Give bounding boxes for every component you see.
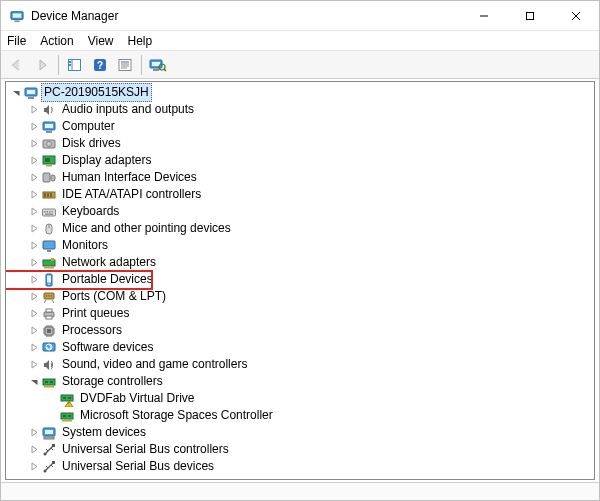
software-device-icon: [41, 340, 57, 356]
tree-node-label: Network adapters: [59, 254, 159, 271]
svg-rect-34: [46, 165, 52, 167]
minimize-button[interactable]: [461, 1, 507, 31]
titlebar: Device Manager: [1, 1, 599, 31]
svg-rect-20: [153, 69, 159, 71]
tree-leaf[interactable]: !DVDFab Virtual Drive: [6, 390, 594, 407]
svg-rect-91: [62, 420, 72, 422]
tree-node[interactable]: Storage controllers: [6, 373, 594, 390]
toolbar: ?: [1, 51, 599, 79]
svg-rect-86: [68, 397, 71, 399]
chevron-right-icon[interactable]: [28, 356, 41, 373]
svg-rect-28: [46, 131, 52, 133]
chevron-right-icon[interactable]: [28, 254, 41, 271]
chevron-right-icon[interactable]: [28, 271, 41, 288]
tree-node[interactable]: Processors: [6, 322, 594, 339]
svg-point-60: [51, 295, 53, 297]
chevron-right-icon[interactable]: [28, 339, 41, 356]
tree-node[interactable]: Computer: [6, 118, 594, 135]
scan-hardware-button[interactable]: [146, 54, 170, 76]
svg-rect-50: [47, 250, 51, 252]
processor-icon: [41, 323, 57, 339]
chevron-right-icon[interactable]: [28, 186, 41, 203]
chevron-right-icon[interactable]: [28, 424, 41, 441]
forward-button[interactable]: [30, 54, 54, 76]
tree-node[interactable]: Human Interface Devices: [6, 169, 594, 186]
chevron-right-icon[interactable]: [28, 203, 41, 220]
menu-view[interactable]: View: [88, 34, 114, 48]
expander-none: [46, 390, 59, 407]
tree-node[interactable]: Portable Devices: [6, 271, 594, 288]
chevron-right-icon[interactable]: [28, 458, 41, 475]
chevron-right-icon[interactable]: [28, 220, 41, 237]
menu-help[interactable]: Help: [128, 34, 153, 48]
chevron-right-icon[interactable]: [28, 135, 41, 152]
svg-rect-1: [13, 13, 22, 17]
back-button[interactable]: [5, 54, 29, 76]
tree-node[interactable]: Audio inputs and outputs: [6, 101, 594, 118]
show-hide-tree-button[interactable]: [63, 54, 87, 76]
tree-node[interactable]: Keyboards: [6, 203, 594, 220]
chevron-down-icon[interactable]: [28, 373, 41, 390]
tree-node-label: Sound, video and game controllers: [59, 356, 250, 373]
tree-node[interactable]: Universal Serial Bus controllers: [6, 441, 594, 458]
svg-rect-49: [43, 241, 55, 249]
svg-rect-43: [47, 211, 49, 213]
tree-node-label: System devices: [59, 424, 149, 441]
tree-root[interactable]: PC-20190515KSJH: [6, 84, 594, 101]
svg-rect-27: [45, 124, 53, 128]
tree-node-label: Mice and other pointing devices: [59, 220, 234, 237]
chevron-right-icon[interactable]: [28, 237, 41, 254]
chevron-right-icon[interactable]: [28, 305, 41, 322]
svg-text:?: ?: [97, 60, 103, 71]
tree-node[interactable]: IDE ATA/ATAPI controllers: [6, 186, 594, 203]
usb-icon: [41, 459, 57, 475]
chevron-down-icon[interactable]: [10, 84, 23, 101]
toolbar-separator: [141, 55, 142, 75]
svg-rect-98: [52, 461, 55, 464]
chevron-right-icon[interactable]: [28, 169, 41, 186]
help-button[interactable]: ?: [88, 54, 112, 76]
chevron-right-icon[interactable]: [28, 322, 41, 339]
tree-node[interactable]: Print queues: [6, 305, 594, 322]
svg-rect-62: [46, 309, 52, 312]
audio-icon: [41, 102, 57, 118]
ide-icon: [41, 187, 57, 203]
svg-rect-44: [49, 211, 51, 213]
svg-rect-85: [63, 397, 66, 399]
svg-rect-96: [52, 444, 55, 447]
tree-node[interactable]: Network adapters: [6, 254, 594, 271]
tree-node[interactable]: System devices: [6, 424, 594, 441]
device-tree-panel[interactable]: PC-20190515KSJH Audio inputs and outputs…: [5, 81, 595, 480]
properties-button[interactable]: [113, 54, 137, 76]
close-button[interactable]: [553, 1, 599, 31]
tree-node[interactable]: Mice and other pointing devices: [6, 220, 594, 237]
chevron-right-icon[interactable]: [28, 288, 41, 305]
tree-leaf[interactable]: Microsoft Storage Spaces Controller: [6, 407, 594, 424]
system-device-icon: [41, 425, 57, 441]
chevron-right-icon[interactable]: [28, 101, 41, 118]
tree-node[interactable]: Universal Serial Bus devices: [6, 458, 594, 475]
tree-node[interactable]: Display adapters: [6, 152, 594, 169]
chevron-right-icon[interactable]: [28, 441, 41, 458]
menu-file[interactable]: File: [7, 34, 26, 48]
tree-node-label: Keyboards: [59, 203, 122, 220]
tree-node[interactable]: Software devices: [6, 339, 594, 356]
svg-point-58: [46, 295, 48, 297]
svg-rect-36: [51, 175, 55, 181]
mouse-icon: [41, 221, 57, 237]
tree-node[interactable]: Ports (COM & LPT): [6, 288, 594, 305]
svg-text:!: !: [68, 401, 69, 407]
maximize-button[interactable]: [507, 1, 553, 31]
tree-node[interactable]: Disk drives: [6, 135, 594, 152]
chevron-right-icon[interactable]: [28, 118, 41, 135]
svg-rect-65: [47, 329, 51, 333]
tree-node[interactable]: Monitors: [6, 237, 594, 254]
svg-rect-88: [61, 413, 73, 419]
svg-rect-39: [47, 193, 49, 197]
menu-action[interactable]: Action: [40, 34, 73, 48]
chevron-right-icon[interactable]: [28, 152, 41, 169]
display-adapter-icon: [41, 153, 57, 169]
tree-node-label: Human Interface Devices: [59, 169, 200, 186]
tree-node[interactable]: Sound, video and game controllers: [6, 356, 594, 373]
svg-rect-52: [51, 258, 54, 261]
